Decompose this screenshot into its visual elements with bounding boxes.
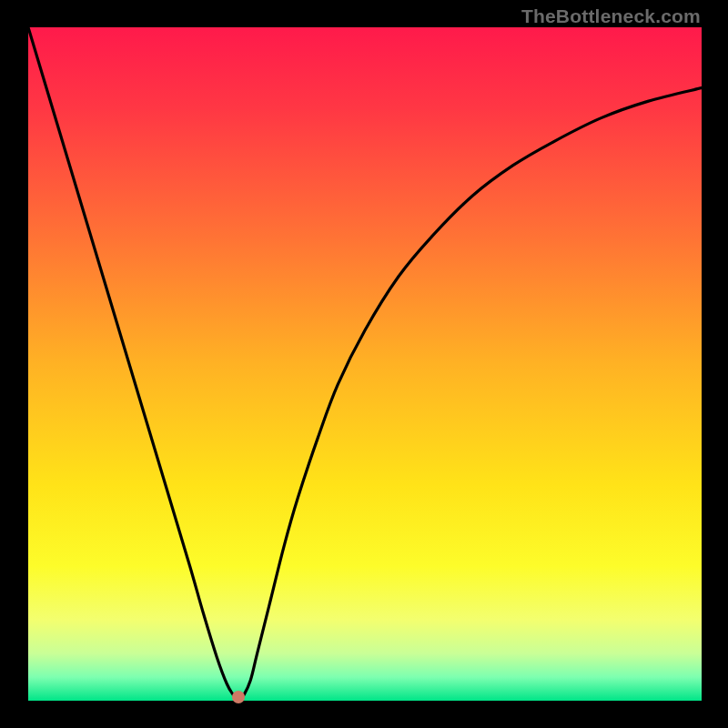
watermark-text: TheBottleneck.com xyxy=(521,5,701,27)
plot-area xyxy=(28,27,702,701)
chart-frame xyxy=(28,27,702,701)
optimum-marker xyxy=(232,691,245,703)
bottleneck-curve xyxy=(28,27,702,699)
curve-layer xyxy=(28,27,702,701)
